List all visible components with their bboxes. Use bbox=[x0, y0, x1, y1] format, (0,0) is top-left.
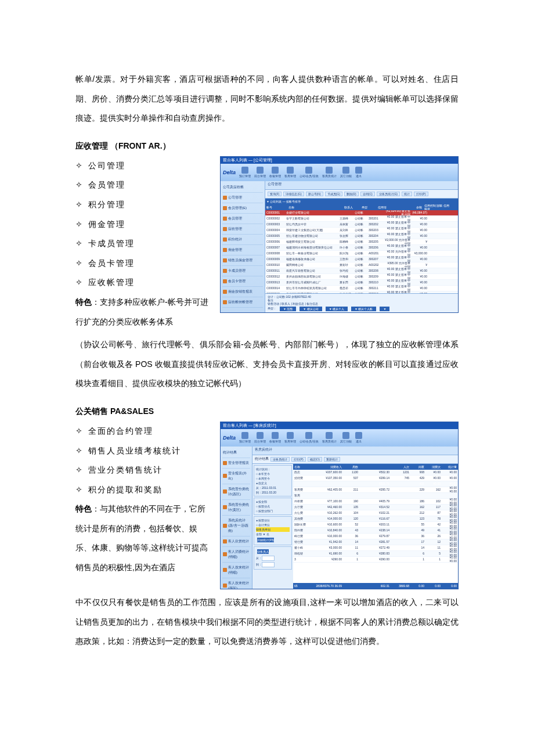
radio-option[interactable]: 会计类分 bbox=[256, 523, 290, 527]
action-button[interactable]: 打印(P) bbox=[414, 192, 428, 196]
toolbar-button[interactable]: 其它功能 bbox=[340, 432, 352, 443]
toolbar-button[interactable]: 公司/会员/应收 bbox=[300, 167, 319, 178]
table-row[interactable]: C0000010藏田网络公司黄彩珍公司帐A00202¥395.00 允许签单 中… bbox=[265, 262, 458, 268]
table-row[interactable]: C0000003留仁均员女中学吴秋富公司帐300202¥0.00 禁止签单 中国… bbox=[265, 222, 458, 228]
sidebar-item[interactable]: 会员管理(E) bbox=[222, 203, 263, 214]
tab-bar[interactable]: 公司管理 bbox=[265, 181, 458, 190]
toolbar-button[interactable]: 其它功能 bbox=[340, 167, 352, 178]
table-row[interactable]: C0000014留仁市市外御韩馆家具有限公司毫昆芒公司帐300211¥0.00 … bbox=[265, 286, 458, 291]
table-row[interactable]: C0000001金健行业有限公司公司帐(¥2,024.00) 禁止签单 中国(¥… bbox=[265, 210, 458, 216]
sidebar-item[interactable]: 佣金管理 bbox=[222, 245, 263, 255]
action-button[interactable]: 业务员统计(G) bbox=[377, 192, 400, 196]
table-row[interactable]: C0000011南星汽车销售有限公司张均煌公司帐300208¥0.00 禁止签单… bbox=[265, 268, 458, 274]
stat-button[interactable]: 开始统计(F5) bbox=[257, 538, 274, 542]
table-row[interactable]: 韩程链¥1,690.006¥280.8365¥0.00 ¥0.00 bbox=[293, 551, 458, 557]
tab-bar[interactable]: 客房反统计 bbox=[252, 447, 458, 455]
sidebar-item[interactable]: 营业报表(外出) bbox=[222, 469, 250, 484]
radio-option[interactable]: 按营业分 bbox=[256, 518, 290, 523]
sidebar-item[interactable]: 会员管理 bbox=[222, 214, 263, 224]
from-input[interactable] bbox=[262, 556, 275, 561]
table-row[interactable]: C0000007福建清同水杯海格营业有限责任公司许小春公司帐300206¥0.0… bbox=[265, 245, 458, 251]
toolbar-button[interactable]: 客房管理 bbox=[284, 167, 296, 178]
radio-option[interactable]: 按营业部门 bbox=[256, 509, 290, 513]
toolbar-button[interactable]: 退出 bbox=[355, 167, 362, 178]
sidebar-item[interactable]: 卡成员管理 bbox=[222, 266, 263, 276]
action-button[interactable]: 确定(O) bbox=[308, 457, 322, 462]
toolbar-button[interactable]: 客房及统计 bbox=[322, 432, 337, 443]
sidebar-item[interactable]: 应收帐转帐管理 bbox=[222, 297, 263, 308]
action-button[interactable]: 业务员统计 bbox=[270, 457, 290, 462]
table-row[interactable]: ¥201.71421¥0.00¥0.00 bbox=[293, 481, 458, 487]
sidebar-item[interactable]: 销售员佣金管理 bbox=[222, 255, 263, 266]
toolbar-button[interactable]: 收银管理 bbox=[269, 167, 281, 178]
action-button[interactable]: 打印(P) bbox=[291, 457, 306, 462]
action-button[interactable]: 卡成员(G) bbox=[325, 192, 342, 196]
toolbar-button[interactable]: 客房管理 bbox=[284, 432, 296, 443]
toolbar-button[interactable]: 退出 bbox=[355, 432, 362, 443]
sidebar-item[interactable]: 客人按来统计(西区) bbox=[222, 578, 250, 589]
table-row[interactable]: 部外费¥10,840.0043¥238.144941¥0.00 ¥0.00 bbox=[293, 528, 458, 534]
table-row[interactable]: C0000013泉州市留仁市威顺叶成仁厂黄长田公司帐300210¥0.00 禁止… bbox=[265, 280, 458, 286]
table-row[interactable]: C0000008留仁市一树条业有限公司阳大翔公司帐A00201¥0.00 允许签… bbox=[265, 251, 458, 257]
sidebar-item[interactable]: 客人欣赏统计 bbox=[222, 537, 250, 547]
sidebar-item[interactable]: 佣金按销售报表 bbox=[222, 287, 263, 297]
table-row[interactable]: 西店¥207,600.001130¥502.301231908¥0.00¥0.0… bbox=[293, 470, 458, 476]
highlighted-option[interactable]: 销售员类别 bbox=[256, 527, 290, 532]
action-button[interactable]: 查询(F) bbox=[268, 192, 282, 196]
action-button[interactable]: 重新统计 bbox=[324, 457, 340, 462]
toolbar-button[interactable]: 公司/会员/应收 bbox=[300, 432, 319, 443]
table-row[interactable]: 客房 bbox=[293, 493, 458, 499]
table-row[interactable]: 招待费¥107,350.00537¥299.14745429¥0.00¥0.00 bbox=[293, 476, 458, 481]
table-row[interactable]: 蜂仕费¥10,000.0036¥279.873626¥0.00 ¥0.00 bbox=[293, 534, 458, 539]
table-row[interactable]: C0000004韩安珍建工业集团公司(天通)吴刘科公司帐300203¥0.00 … bbox=[265, 228, 458, 233]
table-row[interactable]: C0000006福建辉缔安五有限公司陈精峰公司帐300205¥2,000.00 … bbox=[265, 239, 458, 245]
toolbar-button[interactable]: 收银管理 bbox=[269, 432, 281, 443]
table-row[interactable]: C0000002舍宇王数有限公司王器峰公司帐300201¥0.00 禁止签单 中… bbox=[265, 216, 458, 222]
date-to[interactable]: 2011.03.20 bbox=[262, 491, 276, 494]
sidebar-item[interactable]: 客人按来统计(明细) bbox=[222, 563, 250, 578]
date-from[interactable]: 2011.03.01 bbox=[262, 486, 276, 489]
radio-option[interactable]: 按全部 bbox=[256, 499, 290, 504]
action-button[interactable]: 统计 bbox=[402, 192, 412, 196]
toolbar-button[interactable]: 前台管理 bbox=[254, 167, 266, 178]
to-input[interactable] bbox=[262, 562, 275, 567]
data-grid[interactable]: C0000001金健行业有限公司公司帐(¥2,024.00) 禁止签单 中国(¥… bbox=[265, 210, 458, 293]
radio-option[interactable]: 按营业点 bbox=[256, 504, 290, 509]
toolbar-button[interactable]: 预订管理 bbox=[239, 432, 251, 443]
sidebar-item[interactable]: 积分统计 bbox=[222, 235, 263, 245]
sidebar-item[interactable]: 系统营分类统计(黄区) bbox=[222, 500, 250, 516]
table-row[interactable]: C0000009福建省保修改求修公司王胜和公司帐300207¥0.00 禁止签单… bbox=[265, 257, 458, 262]
ar-item: 会员卡管理 bbox=[88, 258, 135, 268]
toolbar-button[interactable]: 前台管理 bbox=[254, 432, 266, 443]
sidebar-item[interactable]: 会员卡管理 bbox=[222, 276, 263, 287]
sales-person-button[interactable]: 业务员人 bbox=[257, 549, 269, 554]
toolbar-button[interactable]: 客房及统计 bbox=[322, 167, 337, 178]
action-button[interactable]: 详细信息(G) bbox=[283, 192, 304, 196]
sidebar-item[interactable]: 应收管理 bbox=[222, 224, 263, 235]
table-row[interactable]: 方厅费¥42,460.00135¥314.52162117¥0.00 ¥0.00 bbox=[293, 505, 458, 510]
radio-option[interactable]: 自定义 bbox=[256, 481, 290, 485]
sidebar-item[interactable]: 营业管理报表 bbox=[222, 458, 250, 469]
table-row[interactable]: C0000012泉州农园保西装器有限公司许海健公司帐300209¥0.00 禁止… bbox=[265, 274, 458, 280]
action-button[interactable]: 合同(C) bbox=[360, 192, 375, 196]
table-row[interactable]: 其他费¥14,000.00120¥116.6712378¥0.00 ¥0.00 bbox=[293, 516, 458, 522]
table-row[interactable]: 外租费¥77,100.00190¥405.79186102¥0.00 ¥0.00 bbox=[293, 499, 458, 505]
sidebar-item[interactable]: 系统营分类统计(西区) bbox=[222, 484, 250, 500]
sidebar-item[interactable]: 客人消费统计(明细) bbox=[222, 547, 250, 563]
radio-option[interactable]: 本周至今 bbox=[256, 476, 290, 481]
table-row[interactable]: 3¥290.001¥290.0011¥0.00 ¥0.00 bbox=[293, 557, 458, 563]
subtab[interactable]: 统计结果 bbox=[255, 456, 269, 462]
radio-option[interactable]: 本年至今 bbox=[256, 471, 290, 476]
sidebar-item[interactable]: 公司管理 bbox=[222, 193, 263, 203]
stats-grid[interactable]: 西店¥207,600.001130¥502.301231908¥0.00¥0.0… bbox=[293, 470, 458, 583]
sidebar-item[interactable]: 系统反统计(西/含一店/西南) bbox=[222, 516, 250, 537]
table-row[interactable]: 客房费¥62,405.00211¥295.72229162¥0.00 ¥0.00 bbox=[293, 487, 458, 493]
table-row[interactable]: C0000005留仁市建功物业有限公司张金辉公司帐300204¥0.00 禁止签… bbox=[265, 233, 458, 239]
toolbar-button[interactable]: 预订管理 bbox=[239, 167, 251, 178]
table-row[interactable]: 国际长费¥10,600.0052¥203.115542¥0.00 ¥0.00 bbox=[293, 522, 458, 528]
table-row[interactable]: 方仁费¥10,262.00104¥102.2121287¥0.00 ¥0.00 bbox=[293, 510, 458, 516]
table-row[interactable]: 蜜小蜂¥3,000.0011¥272.491411¥0.00 ¥0.00 bbox=[293, 545, 458, 551]
action-button[interactable]: 新公号(N) bbox=[306, 192, 323, 196]
table-row[interactable]: 特仕费¥1,942.0014¥281.571712¥0.00 ¥0.00 bbox=[293, 539, 458, 545]
action-button[interactable]: 删除(D) bbox=[344, 192, 359, 196]
